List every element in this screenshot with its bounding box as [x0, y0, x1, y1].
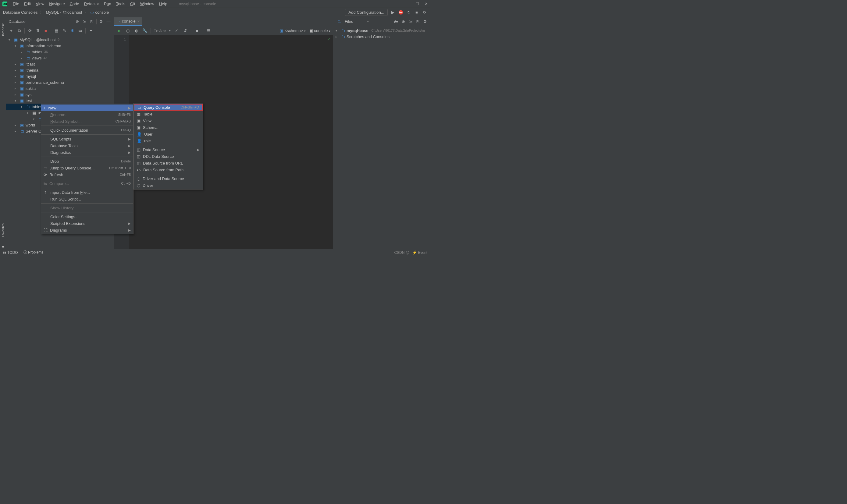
menu-run[interactable]: Run [102, 1, 114, 7]
menu-view[interactable]: View [33, 1, 47, 7]
rollback-icon[interactable]: ↺ [182, 28, 188, 34]
sub-datasource[interactable]: ◫Data Source▶ [134, 146, 203, 153]
sub-user[interactable]: 👤User [134, 131, 203, 138]
side-tab-database[interactable]: Database [1, 20, 5, 40]
menu-refactor[interactable]: Refactor [82, 1, 102, 7]
tree-label[interactable]: tables [32, 50, 42, 54]
stop-icon[interactable]: ■ [414, 10, 419, 15]
run-icon[interactable]: ▶ [390, 10, 396, 15]
tx-mode[interactable]: Tx: Auto [154, 29, 166, 33]
sub-driver[interactable]: ◌Driver [134, 182, 203, 188]
sub-table[interactable]: ▦Table [134, 111, 203, 117]
menu-navigate[interactable]: Navigate [47, 1, 67, 7]
ctx-compare[interactable]: ↹Compare...Ctrl+D [41, 180, 133, 187]
terminal-icon[interactable]: ▭ [77, 28, 83, 34]
breadcrumb-item[interactable]: MySQL - @localhost [46, 10, 82, 15]
settings-icon[interactable]: 🔧 [142, 28, 147, 34]
console-selector[interactable]: ▣ console ▾ [309, 28, 330, 33]
expand-icon[interactable]: ⇲ [82, 19, 87, 24]
breadcrumb-item[interactable]: console [95, 10, 109, 15]
ctx-refresh[interactable]: ⟳RefreshCtrl+F5 [41, 171, 133, 178]
history-icon[interactable]: ◷ [125, 28, 130, 34]
sub-schema[interactable]: ▣Schema [134, 124, 203, 131]
commit-icon[interactable]: ✓ [174, 28, 179, 34]
breadcrumb-item[interactable]: Database Consoles [3, 10, 37, 15]
ctx-scripted[interactable]: Scripted Extensions▶ [41, 220, 133, 227]
ctx-import[interactable]: ⤒Import Data from File... [41, 189, 133, 196]
collapse-icon[interactable]: ⇱ [89, 19, 94, 24]
tree-label[interactable]: itheima [25, 68, 38, 73]
menu-git[interactable]: Git [128, 1, 138, 7]
menu-help[interactable]: Help [157, 1, 170, 7]
tree-label[interactable]: Scratches and Consoles [346, 34, 390, 39]
tree-label[interactable]: performance_schema [25, 80, 64, 85]
copy-icon[interactable]: ⧉ [16, 28, 22, 34]
explain-icon[interactable]: ◐ [133, 28, 139, 34]
tree-label[interactable]: itcast [25, 62, 35, 67]
target-icon[interactable]: ⊕ [74, 19, 80, 24]
maximize-icon[interactable]: ☐ [415, 1, 419, 6]
ctx-diagrams[interactable]: ⛶Diagrams▶ [41, 227, 133, 233]
stop-icon[interactable]: ■ [43, 28, 49, 34]
gear-icon[interactable]: ⚙ [422, 19, 428, 24]
ctx-drop[interactable]: DropDelete [41, 158, 133, 164]
schema-selector[interactable]: ▣ <schema> ▾ [280, 28, 306, 33]
tree-label[interactable]: information_schema [25, 43, 61, 48]
sync-icon[interactable]: ⇅ [35, 28, 40, 34]
tree-label[interactable]: sakila [25, 86, 36, 91]
target-icon[interactable]: ⊕ [400, 19, 406, 24]
ctx-related[interactable]: Related Symbol...Ctrl+Alt+B [41, 118, 133, 125]
ctx-runsql[interactable]: Run SQL Script... [41, 196, 133, 202]
sub-ds-url[interactable]: ◫Data Source from URL [134, 160, 203, 166]
sub-query-console[interactable]: ▭Query ConsoleCtrl+Shift+Q [134, 104, 203, 111]
folder-open-icon[interactable]: 🗁 [393, 19, 399, 24]
sub-ddl[interactable]: ◫DDL Data Source [134, 153, 203, 160]
hide-icon[interactable]: — [106, 19, 111, 24]
menu-file[interactable]: File [11, 1, 22, 7]
chevron-down-icon[interactable]: ▾ [367, 20, 369, 23]
tree-label[interactable]: views [32, 56, 42, 60]
tree-label[interactable]: MySQL - @localhost [19, 37, 56, 42]
todo-button[interactable]: ☷ TODO [3, 251, 18, 255]
filter-icon[interactable]: ⏷ [88, 28, 94, 34]
bug-icon[interactable]: ⛔ [398, 10, 403, 15]
editor-tab-console[interactable]: ▭ console × [114, 17, 142, 26]
event-log-button[interactable]: ⚡ Event [412, 251, 427, 255]
menu-code[interactable]: Code [67, 1, 82, 7]
sub-driver-ds[interactable]: ◌Driver and Data Source [134, 175, 203, 182]
collapse-icon[interactable]: ⇱ [415, 19, 420, 24]
ctx-jump[interactable]: ▭Jump to Query Console...Ctrl+Shift+F10 [41, 164, 133, 171]
git-update-icon[interactable]: ⟳ [422, 10, 427, 15]
sub-role[interactable]: 👤role [134, 138, 203, 144]
sub-view[interactable]: ▣View [134, 117, 203, 124]
run-icon[interactable]: ▶ [116, 28, 122, 34]
sub-ds-path[interactable]: 🗁Data Source from Path [134, 166, 203, 173]
grid-icon[interactable]: ▦ [54, 28, 59, 34]
tree-label[interactable]: sys [25, 92, 32, 97]
layout-icon[interactable]: ☰ [206, 28, 212, 34]
tree-label[interactable]: mysql [25, 74, 36, 78]
stop-icon[interactable]: ■ [194, 28, 200, 34]
add-icon[interactable]: + [8, 28, 14, 34]
tree-label[interactable]: test [25, 98, 32, 103]
ctx-history[interactable]: Show History [41, 204, 133, 211]
menu-window[interactable]: Window [138, 1, 157, 7]
pencil-icon[interactable]: ✎ [61, 28, 67, 34]
tree-label[interactable]: mysql-base [346, 28, 368, 33]
tree-label[interactable]: world [25, 123, 35, 127]
tab-close-icon[interactable]: × [138, 19, 140, 23]
menu-tools[interactable]: Tools [114, 1, 128, 7]
ctx-sqlscripts[interactable]: SQL Scripts▶ [41, 136, 133, 142]
ctx-colors[interactable]: Color Settings... [41, 213, 133, 220]
go-icon[interactable]: ✱ [70, 28, 75, 34]
refresh-icon[interactable]: ⟳ [27, 28, 33, 34]
coverage-icon[interactable]: ↻ [406, 10, 412, 15]
add-configuration-button[interactable]: Add Configuration... [345, 9, 388, 16]
close-icon[interactable]: ✕ [425, 1, 428, 6]
minimize-icon[interactable]: — [406, 1, 410, 6]
ctx-rename[interactable]: Rename...Shift+F6 [41, 111, 133, 118]
ctx-new[interactable]: +New▶ [41, 105, 133, 111]
problems-button[interactable]: ⓘ Problems [23, 250, 43, 255]
expand-icon[interactable]: ⇲ [408, 19, 413, 24]
ctx-dbtools[interactable]: Database Tools▶ [41, 142, 133, 149]
